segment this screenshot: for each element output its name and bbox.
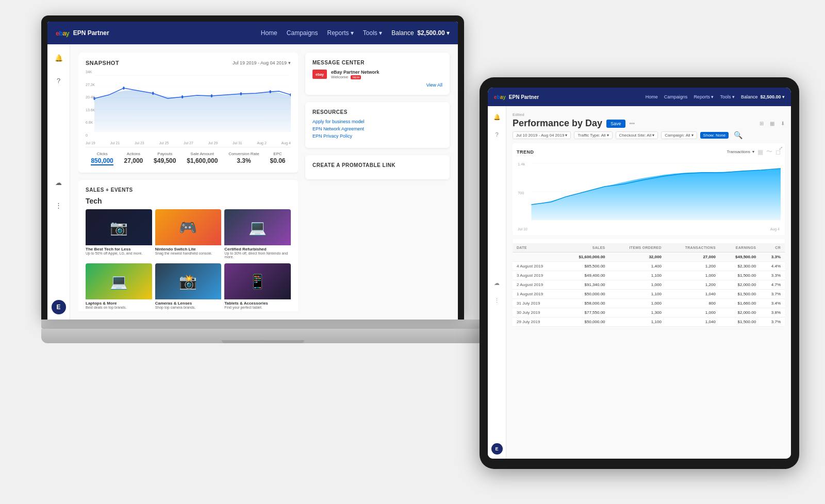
list-item[interactable]: 💻 Certified Refurbished Up to 30% off, d…	[224, 209, 291, 260]
table-row: 31 July 2019 $58,000.00 1,000 800 $1,660…	[513, 299, 785, 308]
nav-campaigns[interactable]: Campaigns	[287, 29, 318, 37]
performance-header: Performance by Day Save ••• ⊞ ▦ ⬇	[513, 118, 785, 129]
col-earnings: EARNINGS	[720, 243, 760, 253]
tablet-dots-icon[interactable]: ⋮	[491, 295, 503, 306]
search-icon[interactable]: 🔍	[734, 131, 742, 139]
tablet-nav-home[interactable]: Home	[646, 94, 658, 99]
date-range-filter[interactable]: Jul 10 2019 - Aug 04 2019 ▾	[513, 131, 571, 139]
laptop-navbar: ebay EPN Partner Home Campaigns Reports …	[47, 22, 458, 44]
checkout-site-filter[interactable]: Checkout Site: All ▾	[616, 131, 658, 139]
tablet-nav-campaigns[interactable]: Campaigns	[664, 94, 688, 99]
create-link-title: CREATE A PROMOTABLE LINK	[312, 162, 442, 168]
table-row: 1 August 2019 $50,000.00 1,100 1,040 $1,…	[513, 290, 785, 299]
trend-section: TREND Transactions ▾ ▦ 〜 ◻	[513, 143, 785, 235]
tablet-body: 🔔 ? ☁ ⋮ E Edited Performance by Day Save…	[488, 106, 791, 459]
nav-tools[interactable]: Tools ▾	[363, 29, 382, 37]
table-row: 29 July 2019 $50,000.00 1,100 1,040 $1,5…	[513, 317, 785, 327]
tablet-device: ebay EPN Partner Home Campaigns Reports …	[480, 77, 799, 469]
tablet-help-icon[interactable]: ?	[491, 129, 503, 140]
menu-dots[interactable]: •••	[630, 121, 635, 126]
view-all-link[interactable]: View All	[312, 82, 442, 88]
performance-table: DATE SALES ITEMS ORDERED TRANSACTIONS EA…	[513, 243, 785, 327]
svg-point-8	[152, 92, 154, 95]
product-image-tech3: 💻	[224, 209, 291, 245]
list-item[interactable]: 🎮 Nintendo Switch Lite Snag the newest h…	[155, 209, 222, 260]
sales-title: SALES + EVENTS	[86, 187, 291, 193]
data-table-container[interactable]: DATE SALES ITEMS ORDERED TRANSACTIONS EA…	[513, 239, 785, 327]
download-icon[interactable]: ⬇	[781, 121, 785, 126]
tablet-nav-reports[interactable]: Reports ▾	[694, 94, 714, 99]
table-row: 2 August 2019 $91,340.00 1,000 1,200 $2,…	[513, 280, 785, 290]
resource-link-1[interactable]: Apply for business model	[312, 119, 442, 124]
tablet-user-avatar[interactable]: E	[491, 443, 503, 455]
metric-sale-amount: Sale Amount $1,600,000	[187, 152, 218, 165]
product-grid: 📷 The Best Tech for Less Up to 50% off A…	[86, 209, 291, 311]
trend-chart-svg: 1.4k 700	[517, 158, 781, 225]
col-cr: CR	[760, 243, 785, 253]
resource-link-3[interactable]: EPN Privacy Policy	[312, 133, 442, 139]
tablet-main-content: Edited Performance by Day Save ••• ⊞ ▦ ⬇…	[506, 106, 791, 459]
resource-link-2[interactable]: EPN Network Agreement	[312, 126, 442, 131]
page-title: Performance by Day	[513, 118, 602, 129]
bar-chart-icon[interactable]: ▦	[757, 148, 763, 156]
product-caption-2: Nintendo Switch Lite Snag the newest han…	[155, 245, 222, 257]
table-row: 4 August 2019 $85,500.00 1,400 1,200 $2,…	[513, 262, 785, 271]
list-item[interactable]: 📸 Cameras & Lenses Shop top camera brand…	[155, 263, 222, 311]
trend-controls: Transactions ▾ ▦ 〜 ◻	[727, 147, 781, 156]
x-axis-labels: Jul 19 Jul 21 Jul 23 Jul 25 Jul 27 Jul 2…	[86, 141, 291, 145]
list-item[interactable]: 📷 The Best Tech for Less Up to 50% off A…	[86, 209, 152, 260]
metric-payouts: Payouts $49,500	[154, 152, 176, 165]
snapshot-title: SNAPSHOT	[86, 60, 119, 66]
nav-home[interactable]: Home	[261, 29, 277, 37]
laptop-device: ebay EPN Partner Home Campaigns Reports …	[41, 15, 485, 387]
table-row: 3 August 2019 $49,400.00 1,100 1,000 $1,…	[513, 271, 785, 280]
table-row: $1,600,000.00 32,000 27,000 $49,500.00 3…	[513, 253, 785, 262]
col-items: ITEMS ORDERED	[609, 243, 666, 253]
tablet-navbar: ebay EPN Partner Home Campaigns Reports …	[488, 88, 791, 106]
y-axis-labels: 34K 27.2K 20.4K 13.6K 6.8K 0	[86, 70, 95, 137]
tablet-bell-icon[interactable]: 🔔	[491, 111, 503, 123]
tablet-nav-tools[interactable]: Tools ▾	[720, 94, 735, 99]
product-image-tech6: 📱	[224, 263, 291, 299]
tech-label: Tech	[86, 197, 291, 205]
nav-reports[interactable]: Reports ▾	[327, 29, 354, 37]
laptop-sidebar: 🔔 ? ☁ ⋮ E	[47, 44, 70, 320]
traffic-type-filter[interactable]: Traffic Type: All ▾	[574, 131, 612, 139]
transactions-toggle[interactable]: Transactions ▾	[727, 149, 755, 154]
show-button[interactable]: Show: None	[700, 132, 729, 139]
ebay-logo: ebay	[56, 29, 69, 37]
snapshot-header: SNAPSHOT Jul 19 2019 - Aug 04 2019 ▾	[86, 60, 291, 66]
list-item[interactable]: 📱 Tablets & Accessories Find your perfec…	[224, 263, 291, 311]
svg-point-11	[240, 92, 242, 95]
help-icon[interactable]: ?	[52, 73, 66, 88]
save-button[interactable]: Save	[606, 120, 625, 128]
product-image-tech4: 💻	[86, 263, 152, 299]
left-column: SNAPSHOT Jul 19 2019 - Aug 04 2019 ▾ 34K	[78, 53, 298, 311]
snapshot-chart-svg	[86, 70, 291, 137]
col-sales: SALES	[561, 243, 609, 253]
bar-icon[interactable]: ▦	[770, 121, 774, 126]
laptop-nav-links: Home Campaigns Reports ▾ Tools ▾	[261, 29, 382, 37]
snapshot-chart: 34K 27.2K 20.4K 13.6K 6.8K 0	[86, 70, 291, 137]
svg-point-12	[269, 90, 271, 93]
message-item: ebay eBay Partner Network Welcome NEW	[312, 70, 442, 79]
grid-icon[interactable]: ⊞	[760, 121, 764, 126]
bell-icon[interactable]: 🔔	[52, 51, 66, 65]
svg-text:700: 700	[518, 191, 524, 195]
laptop-balance: Balance $2,500.00 ▾	[391, 29, 450, 37]
table-row: 30 July 2019 $77,550.00 1,300 1,000 $2,0…	[513, 308, 785, 317]
right-column: MESSAGE CENTER ebay eBay Partner Network…	[305, 53, 450, 311]
list-item[interactable]: 💻 Laptops & More Best deals on top brand…	[86, 263, 152, 311]
product-image-tech1: 📷	[86, 209, 152, 245]
snapshot-date-range[interactable]: Jul 19 2019 - Aug 04 2019 ▾	[233, 60, 291, 65]
expand-icon[interactable]: ⤢	[779, 145, 783, 151]
dots-icon[interactable]: ⋮	[52, 198, 66, 212]
product-caption-1: The Best Tech for Less Up to 50% off App…	[86, 245, 152, 257]
ebay-message-badge: ebay	[312, 70, 327, 79]
line-chart-icon[interactable]: 〜	[766, 147, 772, 156]
user-avatar[interactable]: E	[52, 300, 66, 314]
col-transactions: TRANSACTIONS	[666, 243, 720, 253]
message-content: eBay Partner Network Welcome NEW	[331, 70, 380, 79]
campaign-filter[interactable]: Campaign: All ▾	[661, 131, 697, 139]
snapshot-card: SNAPSHOT Jul 19 2019 - Aug 04 2019 ▾ 34K	[78, 53, 298, 173]
